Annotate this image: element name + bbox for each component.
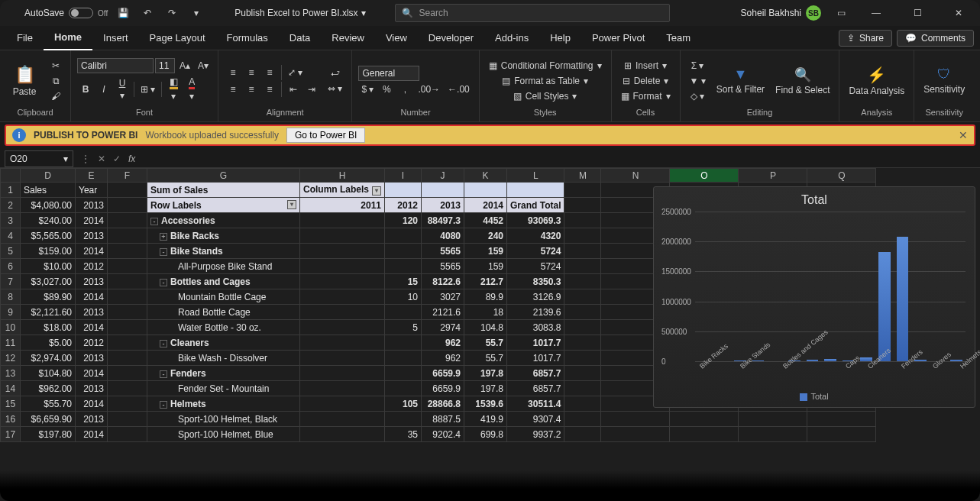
row-header[interactable]: 1 [1, 183, 21, 198]
share-button[interactable]: ⇪ Share [839, 30, 892, 47]
align-middle-icon[interactable]: ≡ [243, 66, 260, 79]
col-header-Q[interactable]: Q [807, 169, 876, 183]
cell[interactable]: 2014 [76, 396, 108, 412]
fill-color-button[interactable]: ◧ ▾ [165, 75, 182, 103]
tab-page-layout[interactable]: Page Layout [139, 26, 216, 50]
cell[interactable]: Year [76, 183, 108, 198]
cell[interactable]: $10.00 [21, 259, 76, 274]
enter-formula-icon[interactable]: ✓ [113, 154, 121, 164]
search-input[interactable]: 🔍 Search [395, 4, 670, 22]
col-header-H[interactable]: H [300, 169, 385, 183]
data-analysis-button[interactable]: ⚡ Data Analysis [846, 64, 907, 98]
pivot-row-labels[interactable]: Row Labels▾ [147, 198, 300, 213]
cell-styles-button[interactable]: ▧Cell Styles ▾ [486, 89, 605, 103]
number-format-select[interactable] [358, 66, 419, 81]
tab-formulas[interactable]: Formulas [216, 26, 279, 50]
cell[interactable]: $104.80 [21, 366, 76, 381]
tab-help[interactable]: Help [539, 26, 581, 50]
col-header-G[interactable]: G [147, 169, 300, 183]
pivot-row-label[interactable]: -Fenders [147, 366, 300, 381]
col-header-L[interactable]: L [507, 169, 564, 183]
row-header[interactable]: 7 [1, 274, 21, 289]
cell[interactable]: 2014 [76, 320, 108, 335]
minimize-button[interactable]: — [861, 2, 891, 24]
cell[interactable] [108, 320, 147, 335]
col-header-J[interactable]: J [422, 169, 464, 183]
tab-insert[interactable]: Insert [92, 26, 139, 50]
align-right-icon[interactable]: ≡ [261, 82, 278, 96]
pivot-row-label[interactable]: -Bike Stands [147, 244, 300, 259]
format-as-table-button[interactable]: ▤Format as Table ▾ [486, 74, 605, 88]
sort-filter-button[interactable]: ▼ Sort & Filter [713, 65, 768, 96]
insert-cells-button[interactable]: ⊞Insert ▾ [618, 59, 674, 73]
col-header-E[interactable]: E [76, 169, 108, 183]
autosave[interactable]: AutoSave Off [24, 8, 108, 18]
row-header[interactable]: 5 [1, 244, 21, 259]
tab-power-pivot[interactable]: Power Pivot [581, 26, 655, 50]
pivot-row-label[interactable]: Water Bottle - 30 oz. [147, 320, 300, 335]
col-header-O[interactable]: O [670, 169, 739, 183]
cell[interactable] [108, 213, 147, 228]
cell[interactable]: 2014 [76, 244, 108, 259]
cell[interactable]: $18.00 [21, 320, 76, 335]
undo-icon[interactable]: ↶ [138, 4, 157, 22]
row-header[interactable]: 10 [1, 320, 21, 335]
cell[interactable] [108, 305, 147, 320]
comma-icon[interactable]: , [396, 82, 413, 96]
wrap-text-icon[interactable]: ⮐ [325, 66, 345, 80]
close-button[interactable]: ✕ [943, 2, 974, 24]
pivot-column-labels[interactable]: Column Labels▾ [300, 183, 385, 198]
cell[interactable]: $197.80 [21, 427, 76, 442]
cell[interactable] [108, 351, 147, 366]
row-header[interactable]: 15 [1, 396, 21, 412]
cell[interactable]: $5,565.00 [21, 228, 76, 244]
cell[interactable]: $2,121.60 [21, 305, 76, 320]
increase-decimal-icon[interactable]: .00→ [415, 82, 443, 96]
cell[interactable]: $962.00 [21, 381, 76, 396]
indent-inc-icon[interactable]: ⇥ [303, 82, 320, 96]
cell[interactable] [108, 412, 147, 427]
col-header-N[interactable]: N [601, 169, 670, 183]
cell[interactable]: $2,974.00 [21, 351, 76, 366]
pivot-row-label[interactable]: Sport-100 Helmet, Blue [147, 427, 300, 442]
fx-icon[interactable]: fx [128, 154, 135, 164]
save-icon[interactable]: 💾 [114, 4, 132, 22]
col-header-K[interactable]: K [464, 169, 507, 183]
ribbon-mode-icon[interactable]: ▭ [832, 4, 850, 22]
row-header[interactable]: 17 [1, 427, 21, 442]
cell[interactable]: $5.00 [21, 335, 76, 351]
cell[interactable] [108, 335, 147, 351]
cell[interactable] [108, 366, 147, 381]
chart[interactable]: Total 0500000100000015000002000000250000… [653, 186, 975, 408]
worksheet-grid[interactable]: DEFGHIJKLMNOPQ1SalesYearSum of SalesColu… [0, 168, 980, 501]
decrease-font-icon[interactable]: A▾ [195, 59, 212, 73]
cell[interactable] [108, 289, 147, 305]
cell[interactable]: 2013 [76, 305, 108, 320]
merge-center-icon[interactable]: ⇔ ▾ [325, 82, 345, 95]
pivot-row-label[interactable]: Sport-100 Helmet, Black [147, 412, 300, 427]
cell[interactable]: Sales [21, 183, 76, 198]
row-header[interactable]: 13 [1, 366, 21, 381]
cell[interactable]: 2013 [76, 228, 108, 244]
copy-icon[interactable]: ⧉ [47, 74, 64, 88]
autosum-icon[interactable]: Σ ▾ [687, 59, 709, 73]
row-header[interactable]: 3 [1, 213, 21, 228]
tab-view[interactable]: View [375, 26, 418, 50]
pivot-sum-label[interactable]: Sum of Sales [147, 183, 300, 198]
cell[interactable]: 2012 [76, 335, 108, 351]
cell[interactable]: $55.70 [21, 396, 76, 412]
col-header-P[interactable]: P [739, 169, 807, 183]
bold-button[interactable]: B [77, 82, 94, 96]
format-cells-button[interactable]: ▦Format ▾ [618, 89, 674, 103]
currency-icon[interactable]: $ ▾ [358, 82, 377, 96]
increase-font-icon[interactable]: A▴ [176, 59, 193, 73]
tab-file[interactable]: File [6, 26, 44, 50]
clear-icon[interactable]: ◇ ▾ [687, 89, 709, 103]
cell[interactable]: 2013 [76, 412, 108, 427]
cell[interactable] [108, 228, 147, 244]
conditional-formatting-button[interactable]: ▦Conditional Formatting ▾ [486, 59, 605, 73]
font-size-input[interactable] [155, 58, 175, 73]
italic-button[interactable]: I [95, 82, 112, 96]
pivot-row-label[interactable]: -Helmets [147, 396, 300, 412]
delete-cells-button[interactable]: ⊟Delete ▾ [618, 74, 674, 88]
